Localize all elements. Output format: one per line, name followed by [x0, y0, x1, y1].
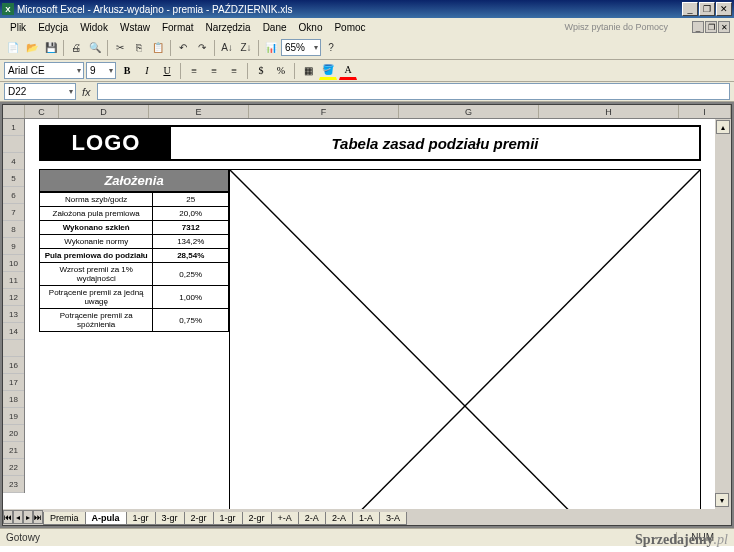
- row-header[interactable]: 13: [3, 306, 24, 323]
- row-header[interactable]: 6: [3, 187, 24, 204]
- col-header[interactable]: C: [25, 105, 59, 118]
- tab-next-button[interactable]: ▸: [23, 510, 33, 524]
- col-header[interactable]: I: [679, 105, 731, 118]
- sheet-tab[interactable]: 3-gr: [155, 512, 185, 525]
- menu-format[interactable]: Format: [156, 20, 200, 35]
- col-header[interactable]: H: [539, 105, 679, 118]
- doc-close-button[interactable]: ✕: [718, 21, 730, 33]
- sheet-tab[interactable]: 2-gr: [184, 512, 214, 525]
- col-header[interactable]: G: [399, 105, 539, 118]
- doc-minimize-button[interactable]: _: [692, 21, 704, 33]
- chart-icon[interactable]: 📊: [262, 39, 280, 57]
- name-box[interactable]: D22: [4, 83, 76, 100]
- redo-icon[interactable]: ↷: [193, 39, 211, 57]
- underline-button[interactable]: U: [158, 62, 176, 80]
- sheet-tab[interactable]: 2-A: [325, 512, 353, 525]
- row-header[interactable]: 9: [3, 238, 24, 255]
- fontsize-combo[interactable]: 9: [86, 62, 116, 79]
- select-all-corner[interactable]: [3, 105, 25, 118]
- italic-button[interactable]: I: [138, 62, 156, 80]
- currency-button[interactable]: $: [252, 62, 270, 80]
- row-header[interactable]: 20: [3, 425, 24, 442]
- row-header[interactable]: [3, 136, 24, 153]
- sheet-tab[interactable]: Premia: [43, 512, 86, 525]
- row-header[interactable]: 8: [3, 221, 24, 238]
- col-header[interactable]: F: [249, 105, 399, 118]
- minimize-button[interactable]: _: [682, 2, 698, 16]
- row-header[interactable]: 5: [3, 170, 24, 187]
- row-header[interactable]: 22: [3, 459, 24, 476]
- bold-button[interactable]: B: [118, 62, 136, 80]
- sheet-tab[interactable]: 1-gr: [126, 512, 156, 525]
- row-header[interactable]: 12: [3, 289, 24, 306]
- fx-icon[interactable]: fx: [82, 86, 91, 98]
- sheet-content[interactable]: LOGO Tabela zasad podziału premii Założe…: [25, 119, 715, 509]
- menu-insert[interactable]: Wstaw: [114, 20, 156, 35]
- preview-icon[interactable]: 🔍: [86, 39, 104, 57]
- sheet-tab[interactable]: 3-A: [379, 512, 407, 525]
- sheet-tab[interactable]: A-pula: [85, 512, 127, 525]
- cut-icon[interactable]: ✂: [111, 39, 129, 57]
- paste-icon[interactable]: 📋: [149, 39, 167, 57]
- row-header[interactable]: 17: [3, 374, 24, 391]
- sheet-tab[interactable]: +-A: [271, 512, 299, 525]
- tab-prev-button[interactable]: ◂: [13, 510, 23, 524]
- row-header[interactable]: 14: [3, 323, 24, 340]
- ask-help-box[interactable]: Wpisz pytanie do Pomocy: [558, 20, 688, 34]
- fill-color-button[interactable]: 🪣: [319, 62, 337, 80]
- font-color-button[interactable]: A: [339, 62, 357, 80]
- menu-data[interactable]: Dane: [257, 20, 293, 35]
- row-header[interactable]: 7: [3, 204, 24, 221]
- col-header[interactable]: E: [149, 105, 249, 118]
- sheet-tab[interactable]: 2-A: [298, 512, 326, 525]
- menu-edit[interactable]: Edycja: [32, 20, 74, 35]
- row-header[interactable]: 18: [3, 391, 24, 408]
- vertical-scrollbar[interactable]: ▴ ▾: [715, 119, 731, 509]
- borders-button[interactable]: ▦: [299, 62, 317, 80]
- row-header[interactable]: 19: [3, 408, 24, 425]
- formula-input[interactable]: [97, 83, 730, 100]
- percent-button[interactable]: %: [272, 62, 290, 80]
- tab-first-button[interactable]: ⏮: [3, 510, 13, 524]
- menu-view[interactable]: Widok: [74, 20, 114, 35]
- logo-box: LOGO: [41, 127, 171, 159]
- new-icon[interactable]: 📄: [4, 39, 22, 57]
- menu-window[interactable]: Okno: [293, 20, 329, 35]
- sheet-tab[interactable]: 1-gr: [213, 512, 243, 525]
- row-header[interactable]: 16: [3, 357, 24, 374]
- align-left-button[interactable]: ≡: [185, 62, 203, 80]
- sheet-tab[interactable]: 1-A: [352, 512, 380, 525]
- scroll-up-button[interactable]: ▴: [716, 120, 730, 134]
- print-icon[interactable]: 🖨: [67, 39, 85, 57]
- menu-file[interactable]: Plik: [4, 20, 32, 35]
- tab-last-button[interactable]: ⏭: [33, 510, 43, 524]
- menu-tools[interactable]: Narzędzia: [200, 20, 257, 35]
- row-header[interactable]: 4: [3, 153, 24, 170]
- doc-restore-button[interactable]: ❐: [705, 21, 717, 33]
- zoom-combo[interactable]: 65%: [281, 39, 321, 56]
- maximize-button[interactable]: ❐: [699, 2, 715, 16]
- row-header[interactable]: 10: [3, 255, 24, 272]
- row-header[interactable]: [3, 340, 24, 357]
- align-right-button[interactable]: ≡: [225, 62, 243, 80]
- row-header[interactable]: 21: [3, 442, 24, 459]
- font-combo[interactable]: Arial CE: [4, 62, 84, 79]
- save-icon[interactable]: 💾: [42, 39, 60, 57]
- close-button[interactable]: ✕: [716, 2, 732, 16]
- align-center-button[interactable]: ≡: [205, 62, 223, 80]
- sort-asc-icon[interactable]: A↓: [218, 39, 236, 57]
- help-icon[interactable]: ?: [322, 39, 340, 57]
- scroll-down-button[interactable]: ▾: [715, 493, 729, 507]
- col-header[interactable]: D: [59, 105, 149, 118]
- assumption-label: Wykonano szkleń: [40, 221, 153, 235]
- copy-icon[interactable]: ⎘: [130, 39, 148, 57]
- row-header[interactable]: 23: [3, 476, 24, 493]
- menu-help[interactable]: Pomoc: [328, 20, 371, 35]
- worksheet-window: C D E F G H I 14567891011121314161718192…: [2, 104, 732, 526]
- row-header[interactable]: 1: [3, 119, 24, 136]
- undo-icon[interactable]: ↶: [174, 39, 192, 57]
- row-header[interactable]: 11: [3, 272, 24, 289]
- sheet-tab[interactable]: 2-gr: [242, 512, 272, 525]
- sort-desc-icon[interactable]: Z↓: [237, 39, 255, 57]
- open-icon[interactable]: 📂: [23, 39, 41, 57]
